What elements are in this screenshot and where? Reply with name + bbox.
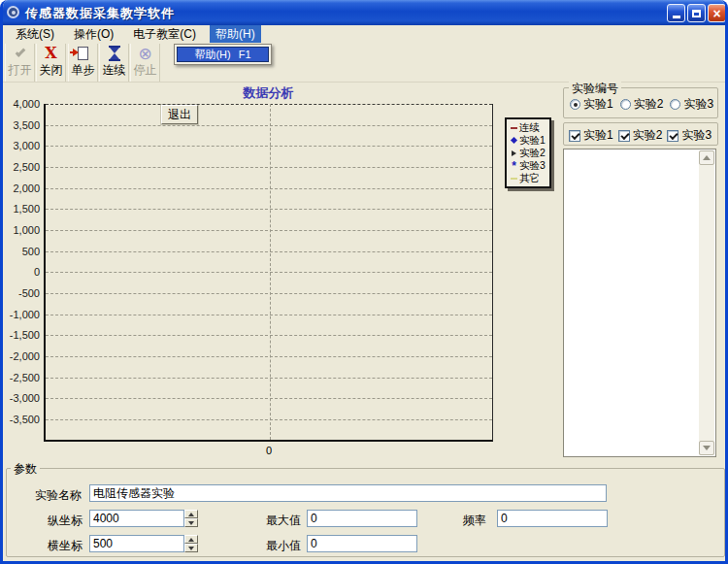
gridline bbox=[46, 104, 492, 105]
gridline bbox=[46, 398, 492, 399]
gridline bbox=[46, 293, 492, 294]
menubar: 系统(S) 操作(O) 电子教室(C) 帮助(H) bbox=[3, 25, 725, 43]
help-menu-item-label: 帮助(H) bbox=[194, 48, 230, 62]
y-tick-label: 2,500 bbox=[3, 161, 40, 173]
y-tick-label: -3,000 bbox=[3, 392, 40, 404]
scroll-down-button[interactable] bbox=[699, 441, 714, 455]
close-button[interactable]: × bbox=[708, 4, 726, 22]
y-tick-label: -500 bbox=[3, 287, 40, 299]
y-tick-label: 2,000 bbox=[3, 182, 40, 194]
gridline bbox=[46, 125, 492, 126]
minimize-icon bbox=[673, 16, 680, 18]
continuous-button[interactable]: 连续 bbox=[99, 44, 129, 82]
experiment-radio-row: 实验1 实验2 实验3 bbox=[570, 96, 713, 113]
titlebar: 传感器数据采集教学软件 × bbox=[0, 0, 728, 25]
y-tick-label: 1,000 bbox=[3, 224, 40, 236]
spin-down-button[interactable] bbox=[184, 518, 198, 527]
menu-help[interactable]: 帮助(H) bbox=[210, 25, 261, 44]
experiment-name-input[interactable] bbox=[89, 484, 607, 502]
checkbox-experiment-1[interactable]: 实验1 bbox=[569, 127, 613, 144]
legend-item: 实验1 bbox=[510, 134, 547, 147]
y-tick-label: -1,500 bbox=[3, 329, 40, 341]
stop-button[interactable]: ⊗ 停止 bbox=[130, 44, 160, 82]
menu-operation[interactable]: 操作(O) bbox=[68, 25, 119, 44]
gridline bbox=[46, 188, 492, 189]
experiment-checkbox-group: 实验1 实验2 实验3 bbox=[563, 122, 718, 146]
y-tick-label: 3,500 bbox=[3, 119, 40, 131]
min-value-input[interactable] bbox=[307, 535, 417, 552]
scroll-up-button[interactable] bbox=[699, 150, 714, 165]
listbox-scrollbar[interactable] bbox=[699, 150, 714, 455]
hourglass-icon bbox=[109, 44, 120, 63]
gridline bbox=[46, 378, 492, 379]
gridline bbox=[46, 356, 492, 357]
close-x-icon: X bbox=[45, 44, 56, 63]
checkbox-experiment-2[interactable]: 实验2 bbox=[618, 127, 663, 144]
dash-marker-icon bbox=[510, 127, 518, 129]
y-axis-labels: 4,000 3,500 3,000 2,500 2,000 1,500 1,00… bbox=[3, 104, 40, 442]
params-group-title: 参数 bbox=[11, 461, 40, 478]
x-coordinate-input[interactable] bbox=[89, 535, 184, 552]
close-file-button[interactable]: X 关闭 bbox=[36, 44, 66, 82]
max-value-input[interactable] bbox=[307, 510, 417, 527]
asterisk-marker-icon: * bbox=[510, 161, 518, 171]
gridline bbox=[46, 230, 492, 231]
x-coordinate-spinner bbox=[184, 535, 198, 552]
y-tick-label: 4,000 bbox=[3, 98, 40, 110]
menu-eclassroom[interactable]: 电子教室(C) bbox=[127, 25, 202, 44]
radio-icon bbox=[620, 99, 631, 110]
x-tick-label: 0 bbox=[258, 445, 280, 456]
step-page-icon bbox=[78, 44, 88, 63]
gridline bbox=[46, 419, 492, 420]
group-title: 实验编号 bbox=[569, 81, 621, 97]
y-tick-label: 0 bbox=[3, 266, 40, 278]
gridline bbox=[46, 251, 492, 252]
help-dropdown-menu: 帮助(H) F1 bbox=[174, 44, 272, 65]
radio-experiment-3[interactable]: 实验3 bbox=[670, 96, 713, 113]
spin-down-button[interactable] bbox=[184, 544, 198, 552]
legend-item: 实验2 bbox=[510, 147, 547, 159]
single-step-button[interactable]: 单步 bbox=[68, 44, 98, 82]
maximize-icon bbox=[692, 10, 701, 17]
app-gear-icon bbox=[7, 6, 19, 18]
gridline bbox=[46, 272, 492, 273]
checkbox-icon bbox=[618, 130, 630, 142]
help-menu-item[interactable]: 帮助(H) F1 bbox=[177, 47, 269, 62]
y-coordinate-label: 纵坐标 bbox=[24, 513, 83, 529]
open-button[interactable]: 打开 bbox=[5, 44, 35, 82]
min-value-label: 最小值 bbox=[245, 538, 301, 554]
triangle-marker-icon bbox=[510, 150, 518, 156]
chevron-down-icon bbox=[188, 547, 194, 550]
y-coordinate-input[interactable] bbox=[89, 510, 184, 527]
y-tick-label: 1,500 bbox=[3, 203, 40, 215]
dash-marker-icon bbox=[510, 178, 518, 180]
params-group: 参数 实验名称 纵坐标 横坐标 最大值 最小值 频率 bbox=[6, 468, 725, 557]
radio-icon bbox=[570, 99, 580, 110]
spin-up-button[interactable] bbox=[184, 510, 198, 518]
radio-experiment-1[interactable]: 实验1 bbox=[570, 96, 613, 113]
chevron-down-icon bbox=[188, 521, 194, 525]
menu-system[interactable]: 系统(S) bbox=[10, 25, 60, 44]
plot-area bbox=[44, 104, 493, 442]
checkbox-icon bbox=[667, 130, 678, 142]
spin-up-button[interactable] bbox=[184, 535, 198, 544]
checkbox-icon bbox=[569, 130, 580, 142]
help-menu-item-shortcut: F1 bbox=[239, 49, 251, 60]
chevron-up-icon bbox=[188, 513, 194, 516]
gridline bbox=[46, 167, 492, 168]
checkbox-experiment-3[interactable]: 实验3 bbox=[667, 127, 711, 144]
frequency-input[interactable] bbox=[497, 510, 608, 527]
radio-experiment-2[interactable]: 实验2 bbox=[620, 96, 664, 113]
radio-icon bbox=[670, 99, 680, 110]
window-title: 传感器数据采集教学软件 bbox=[25, 5, 175, 22]
frequency-label: 频率 bbox=[436, 513, 486, 529]
chevron-up-icon bbox=[188, 538, 194, 542]
center-dashed-line bbox=[270, 104, 271, 440]
data-listbox[interactable] bbox=[563, 149, 716, 457]
chevron-down-icon bbox=[703, 446, 711, 450]
minimize-button[interactable] bbox=[667, 4, 685, 22]
app-window: 传感器数据采集教学软件 × 系统(S) 操作(O) 电子教室(C) 帮助(H) … bbox=[0, 0, 728, 564]
y-tick-label: -2,500 bbox=[3, 372, 40, 383]
gridline bbox=[46, 315, 492, 315]
maximize-button[interactable] bbox=[687, 4, 706, 22]
